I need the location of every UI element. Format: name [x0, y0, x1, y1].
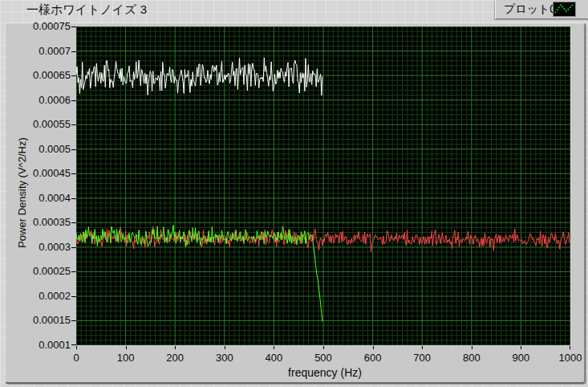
y-tick-label: 0.0007 — [13, 45, 71, 57]
legend-plot-label[interactable]: プロット0 — [504, 2, 556, 17]
plot-canvas — [76, 26, 570, 345]
x-tick-mark — [422, 346, 423, 349]
x-tick-mark — [126, 346, 127, 349]
plot-legend[interactable]: プロット0 — [495, 0, 588, 19]
series-psd-white-half-band — [76, 58, 322, 96]
graph-title: 一様ホワイトノイズ 3 — [26, 2, 147, 18]
y-tick-label: 0.00035 — [13, 216, 71, 228]
y-tick-label: 0.00055 — [13, 118, 71, 130]
x-tick-mark — [274, 346, 274, 349]
y-tick-label: 0.0001 — [13, 339, 71, 351]
x-tick-mark — [175, 346, 176, 349]
x-tick-mark — [373, 346, 374, 349]
y-tick-label: 0.0004 — [13, 192, 71, 204]
x-tick-label: 800 — [448, 352, 496, 364]
x-tick-label: 300 — [201, 352, 249, 364]
x-tick-label: 400 — [249, 352, 298, 364]
x-tick-mark — [521, 346, 521, 349]
x-tick-mark — [570, 346, 570, 349]
x-tick-label: 1000 — [546, 352, 588, 364]
x-axis-title: frequency (Hz) — [241, 366, 409, 379]
x-tick-mark — [472, 346, 472, 349]
x-tick-mark — [323, 346, 324, 349]
x-tick-label: 200 — [151, 352, 199, 364]
y-tick-label: 0.0003 — [13, 241, 71, 253]
x-tick-label: 600 — [349, 352, 397, 364]
x-tick-label: 900 — [497, 352, 545, 364]
y-tick-label: 0.00045 — [13, 167, 71, 179]
x-tick-mark — [76, 346, 77, 349]
y-tick-label: 0.0005 — [13, 143, 71, 155]
x-tick-label: 0 — [52, 352, 100, 364]
y-tick-label: 0.00065 — [13, 69, 71, 81]
x-tick-label: 100 — [102, 352, 150, 364]
y-tick-label: 0.0006 — [13, 94, 71, 106]
y-tick-label: 0.00025 — [13, 265, 71, 277]
y-tick-label: 0.0002 — [13, 290, 71, 302]
x-tick-label: 500 — [299, 352, 347, 364]
x-tick-mark — [225, 346, 225, 349]
plot-style-zigzag-icon — [555, 4, 574, 13]
y-tick-label: 0.00015 — [13, 314, 71, 326]
plot-style-icon[interactable] — [553, 2, 576, 17]
x-tick-label: 700 — [398, 352, 446, 364]
y-tick-label: 0.00075 — [13, 20, 71, 32]
plot-area[interactable] — [76, 26, 570, 345]
